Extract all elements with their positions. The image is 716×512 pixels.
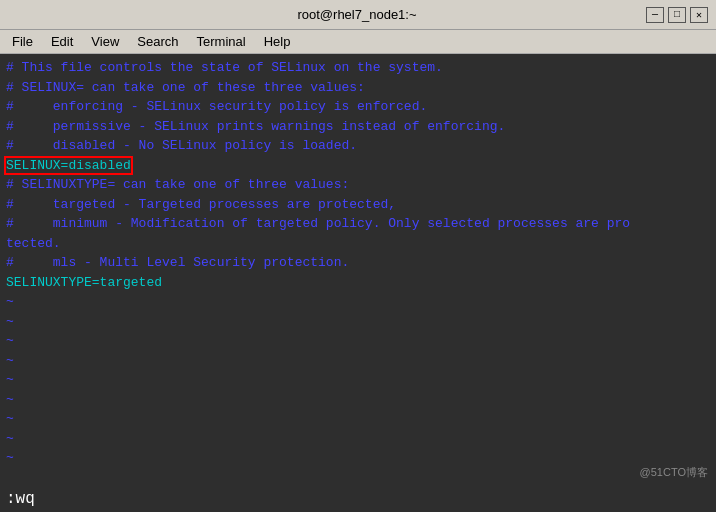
- terminal-line: # This file controls the state of SELinu…: [6, 60, 443, 75]
- minimize-button[interactable]: —: [646, 7, 664, 23]
- command-line[interactable]: :wq: [6, 490, 35, 508]
- watermark: @51CTO博客: [640, 465, 708, 480]
- terminal-line: ~: [6, 450, 14, 465]
- terminal-line: # SELINUX= can take one of these three v…: [6, 80, 365, 95]
- window-controls: — □ ✕: [646, 7, 708, 23]
- terminal-line: # minimum - Modification of targeted pol…: [6, 216, 630, 231]
- menu-item-terminal[interactable]: Terminal: [189, 32, 254, 51]
- terminal-line: # mls - Multi Level Security protection.: [6, 255, 349, 270]
- terminal-line: tected.: [6, 236, 61, 251]
- terminal-line: ~: [6, 431, 14, 446]
- terminal-line: SELINUXTYPE=targeted: [6, 275, 162, 290]
- terminal-line: # targeted - Targeted processes are prot…: [6, 197, 396, 212]
- terminal-area[interactable]: # This file controls the state of SELinu…: [0, 54, 716, 512]
- terminal-line: ~: [6, 314, 14, 329]
- menu-bar: FileEditViewSearchTerminalHelp: [0, 30, 716, 54]
- terminal-content: # This file controls the state of SELinu…: [6, 58, 710, 468]
- window-title: root@rhel7_node1:~: [68, 7, 646, 22]
- terminal-line: # permissive - SELinux prints warnings i…: [6, 119, 505, 134]
- terminal-line: SELINUX=disabled: [6, 158, 131, 173]
- menu-item-file[interactable]: File: [4, 32, 41, 51]
- terminal-line: # enforcing - SELinux security policy is…: [6, 99, 427, 114]
- menu-item-help[interactable]: Help: [256, 32, 299, 51]
- title-bar: root@rhel7_node1:~ — □ ✕: [0, 0, 716, 30]
- menu-item-edit[interactable]: Edit: [43, 32, 81, 51]
- selinux-highlight: SELINUX=disabled: [6, 158, 131, 173]
- terminal-line: ~: [6, 392, 14, 407]
- terminal-line: ~: [6, 372, 14, 387]
- maximize-button[interactable]: □: [668, 7, 686, 23]
- terminal-line: # disabled - No SELinux policy is loaded…: [6, 138, 357, 153]
- terminal-line: # SELINUXTYPE= can take one of three val…: [6, 177, 349, 192]
- close-button[interactable]: ✕: [690, 7, 708, 23]
- terminal-line: ~: [6, 294, 14, 309]
- terminal-line: ~: [6, 411, 14, 426]
- terminal-line: ~: [6, 333, 14, 348]
- menu-item-view[interactable]: View: [83, 32, 127, 51]
- terminal-line: ~: [6, 353, 14, 368]
- menu-item-search[interactable]: Search: [129, 32, 186, 51]
